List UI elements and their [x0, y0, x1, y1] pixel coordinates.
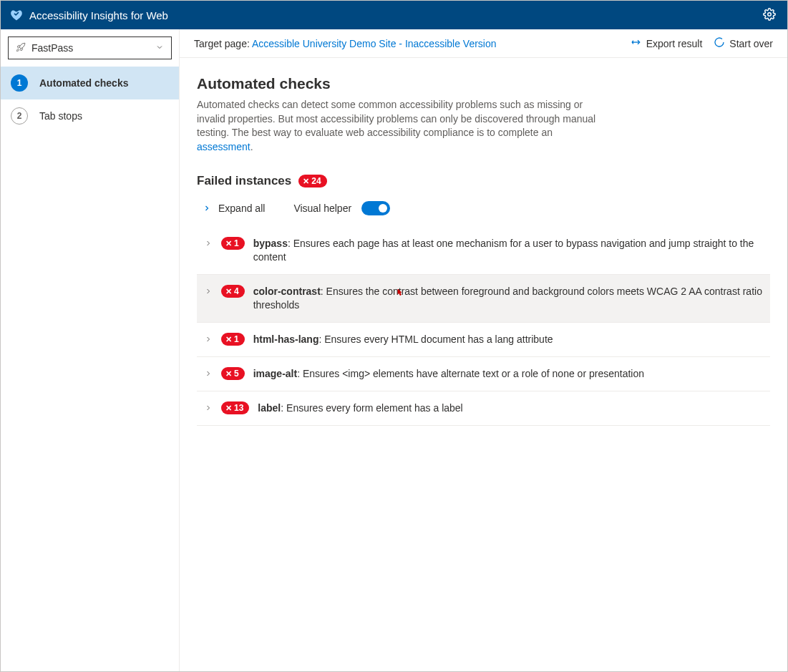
- x-icon: ✕: [225, 368, 232, 379]
- rule-name: color-contrast: [253, 286, 321, 297]
- rule-text: image-alt: Ensures <img> elements have a…: [253, 367, 644, 381]
- page-description: Automated checks can detect some common …: [197, 98, 598, 154]
- badge-count: 24: [311, 175, 321, 187]
- x-icon: ✕: [225, 402, 232, 414]
- chevron-right-icon: [204, 286, 213, 298]
- failed-title: Failed instances: [197, 174, 291, 188]
- visual-helper-control: Visual helper: [293, 201, 390, 215]
- mode-label: FastPass: [31, 42, 73, 54]
- rule-desc: : Ensures each page has at least one mec…: [253, 238, 754, 263]
- export-result-button[interactable]: Export result: [631, 36, 703, 50]
- step-number: 1: [11, 74, 28, 92]
- start-over-label: Start over: [729, 38, 773, 49]
- topbar: Target page: Accessible University Demo …: [180, 29, 787, 58]
- rule-item-html-has-lang[interactable]: ✕1 html-has-lang: Ensures every HTML doc…: [197, 323, 770, 357]
- svg-point-0: [768, 12, 772, 16]
- chevron-down-icon: [155, 42, 164, 54]
- sidebar-item-label: Tab stops: [39, 110, 82, 122]
- gear-icon: [763, 12, 776, 23]
- rule-name: label: [258, 402, 281, 414]
- rule-count-badge: ✕1: [221, 333, 245, 346]
- chevron-right-icon: [204, 403, 213, 414]
- export-icon: [631, 36, 642, 50]
- sidebar-item-label: Automated checks: [39, 77, 128, 89]
- x-icon: ✕: [225, 333, 232, 345]
- app-header-left: Accessibility Insights for Web: [9, 8, 168, 22]
- rule-item-label[interactable]: ✕13 label: Ensures every form element ha…: [197, 391, 770, 426]
- step-number: 2: [11, 107, 28, 125]
- rule-count-badge: ✕5: [221, 367, 245, 380]
- target-page-label: Target page:: [194, 38, 252, 49]
- badge-count: 1: [234, 333, 239, 345]
- total-count-badge: ✕24: [298, 175, 326, 188]
- visual-helper-label: Visual helper: [293, 203, 351, 214]
- chevron-right-icon: [204, 369, 213, 380]
- rule-count-badge: ✕13: [221, 401, 249, 414]
- x-icon: ✕: [225, 238, 232, 249]
- badge-count: 4: [234, 286, 239, 297]
- rule-item-color-contrast[interactable]: ✕4 color-contrast: Ensures the contrast …: [197, 275, 770, 323]
- sidebar: FastPass 1Automated checks2Tab stops: [1, 29, 180, 671]
- target-page: Target page: Accessible University Demo …: [194, 38, 497, 49]
- sidebar-item-tab-stops[interactable]: 2Tab stops: [1, 99, 179, 132]
- desc-after: .: [250, 141, 253, 152]
- chevron-right-icon: [203, 204, 211, 213]
- app-header: Accessibility Insights for Web: [1, 1, 787, 29]
- rule-desc: : Ensures every form element has a label: [281, 402, 462, 414]
- visual-helper-toggle[interactable]: [361, 201, 390, 215]
- controls-row: Expand all Visual helper: [197, 201, 770, 215]
- topbar-actions: Export result Start over: [631, 36, 773, 50]
- layout: FastPass 1Automated checks2Tab stops Tar…: [1, 29, 787, 671]
- desc-text: Automated checks can detect some common …: [197, 99, 595, 138]
- rule-item-bypass[interactable]: ✕1 bypass: Ensures each page has at leas…: [197, 227, 770, 275]
- chevron-right-icon: [204, 238, 213, 250]
- rocket-icon: [16, 42, 26, 54]
- rule-text: bypass: Ensures each page has at least o…: [253, 237, 763, 264]
- rule-desc: : Ensures the contrast between foregroun…: [253, 286, 762, 311]
- page-title: Automated checks: [197, 75, 770, 92]
- refresh-icon: [714, 36, 725, 50]
- rule-text: label: Ensures every form element has a …: [258, 401, 462, 415]
- assessment-link[interactable]: assessment: [197, 141, 250, 152]
- chevron-right-icon: [204, 334, 213, 346]
- x-icon: ✕: [225, 286, 232, 297]
- x-icon: ✕: [303, 175, 309, 187]
- target-page-link[interactable]: Accessible University Demo Site - Inacce…: [252, 38, 497, 49]
- mode-selector-left: FastPass: [16, 42, 73, 54]
- app-title: Accessibility Insights for Web: [29, 9, 168, 21]
- rule-desc: : Ensures <img> elements have alternate …: [297, 368, 644, 379]
- expand-all-button[interactable]: Expand all: [203, 203, 265, 214]
- badge-count: 5: [234, 368, 239, 379]
- rule-name: image-alt: [253, 368, 297, 379]
- rule-item-image-alt[interactable]: ✕5 image-alt: Ensures <img> elements hav…: [197, 357, 770, 391]
- failed-instances-header: Failed instances ✕24: [197, 174, 770, 188]
- badge-count: 13: [234, 402, 243, 414]
- mode-selector[interactable]: FastPass: [8, 36, 172, 59]
- sidebar-item-automated-checks[interactable]: 1Automated checks: [1, 67, 179, 99]
- expand-all-label: Expand all: [218, 203, 265, 214]
- rule-desc: : Ensures every HTML document has a lang…: [318, 333, 553, 345]
- export-label: Export result: [646, 38, 703, 49]
- main: Target page: Accessible University Demo …: [180, 29, 787, 671]
- rule-count-badge: ✕1: [221, 237, 245, 250]
- rule-name: html-has-lang: [253, 333, 319, 345]
- rule-list: ✕1 bypass: Ensures each page has at leas…: [197, 227, 770, 425]
- rule-text: color-contrast: Ensures the contrast bet…: [253, 285, 763, 312]
- rule-text: html-has-lang: Ensures every HTML docume…: [253, 333, 553, 346]
- content: Automated checks Automated checks can de…: [180, 58, 787, 443]
- rule-name: bypass: [253, 238, 288, 249]
- app-logo-icon: [9, 8, 24, 22]
- badge-count: 1: [234, 238, 239, 249]
- settings-button[interactable]: [760, 5, 779, 26]
- start-over-button[interactable]: Start over: [714, 36, 773, 50]
- rule-count-badge: ✕4: [221, 285, 245, 298]
